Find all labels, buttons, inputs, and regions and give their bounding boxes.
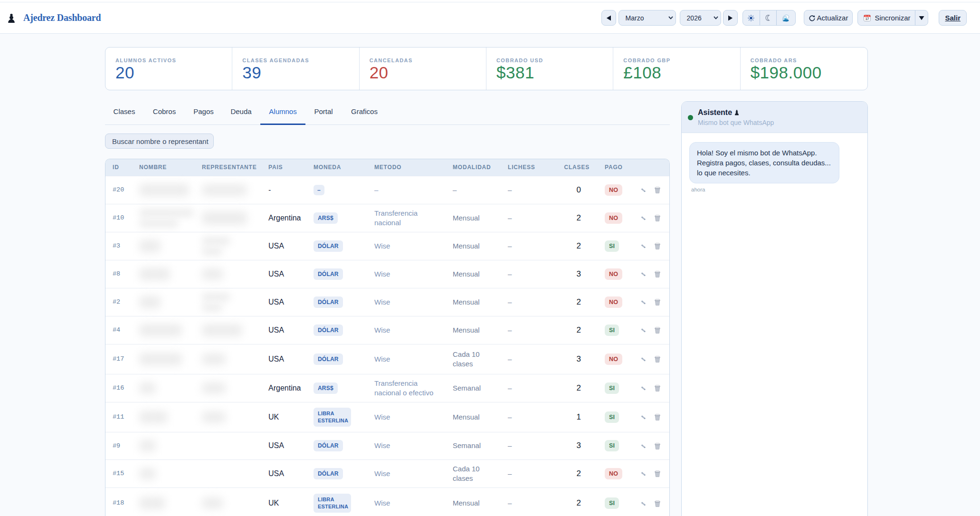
svg-text:17: 17 [866, 17, 869, 20]
